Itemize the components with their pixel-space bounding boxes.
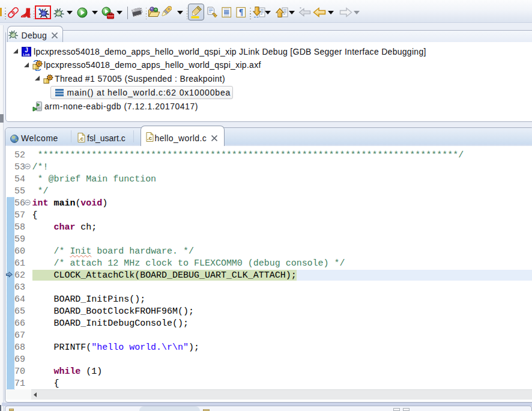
- svg-text:Link: Link: [23, 53, 30, 56]
- svg-text:.c: .c: [147, 135, 152, 141]
- svg-text:.c: .c: [79, 135, 83, 142]
- svg-text:¶: ¶: [238, 8, 243, 17]
